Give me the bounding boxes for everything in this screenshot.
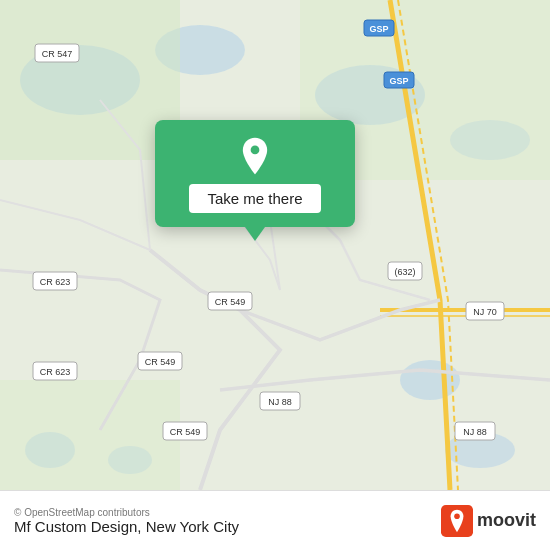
svg-text:CR 623: CR 623 [40,367,71,377]
svg-text:CR 549: CR 549 [215,297,246,307]
svg-text:GSP: GSP [389,76,408,86]
moovit-logo: moovit [441,505,536,537]
svg-text:CR 549: CR 549 [145,357,176,367]
svg-text:NJ 88: NJ 88 [268,397,292,407]
moovit-text: moovit [477,510,536,531]
map-container: CR 547 GSP GSP CR 623 CR 549 (632) CR 62… [0,0,550,490]
bottom-bar: © OpenStreetMap contributors Mf Custom D… [0,490,550,550]
svg-point-38 [454,513,460,519]
svg-text:(632): (632) [394,267,415,277]
svg-text:CR 623: CR 623 [40,277,71,287]
svg-text:NJ 88: NJ 88 [463,427,487,437]
svg-rect-9 [0,0,180,160]
svg-text:CR 547: CR 547 [42,49,73,59]
take-me-there-button[interactable]: Take me there [189,184,320,213]
location-pin-icon [235,136,275,176]
moovit-logo-icon [441,505,473,537]
svg-text:NJ 70: NJ 70 [473,307,497,317]
map-attribution: © OpenStreetMap contributors [14,507,239,518]
location-name: Mf Custom Design, New York City [14,518,239,535]
svg-rect-11 [0,380,180,490]
popup-card: Take me there [155,120,355,227]
bottom-left: © OpenStreetMap contributors Mf Custom D… [14,507,239,535]
svg-point-36 [251,146,260,155]
svg-text:GSP: GSP [369,24,388,34]
svg-text:CR 549: CR 549 [170,427,201,437]
